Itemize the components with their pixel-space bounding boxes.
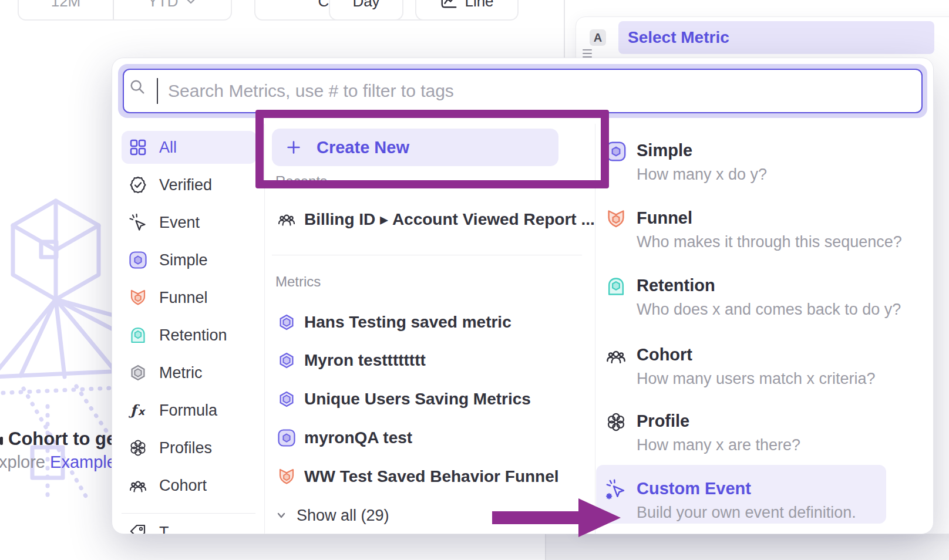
cohort-people-icon	[605, 345, 627, 366]
sidebar-label: Funnel	[159, 289, 208, 307]
interval-day-button[interactable]: Day	[329, 0, 403, 21]
sidebar-item-funnel[interactable]: Funnel	[122, 281, 257, 314]
metric-hexagon-icon	[129, 363, 147, 382]
range-ytd-label: YTD	[148, 0, 179, 11]
saved-metric-row[interactable]: WW Test Saved Behavior Funnel	[272, 460, 577, 493]
range-ytd-button[interactable]: YTD	[114, 0, 231, 19]
type-simple-description: How many x do y?	[637, 166, 767, 184]
sidebar-item-metric[interactable]: Metric	[122, 356, 257, 389]
date-range-control[interactable]: 12M YTD	[18, 0, 232, 21]
type-profile[interactable]: Profile	[637, 411, 689, 431]
drag-handle-icon[interactable]	[582, 49, 593, 58]
sidebar-item-simple[interactable]: Simple	[122, 244, 257, 276]
type-funnel-description: Who makes it through this sequence?	[637, 233, 902, 251]
show-all-button[interactable]: Show all (29)	[274, 500, 486, 531]
show-all-label: Show all (29)	[297, 507, 389, 525]
query-row-badge: A	[590, 29, 606, 46]
tag-icon	[129, 523, 147, 534]
sidebar-label: T	[159, 524, 169, 535]
sidebar-label: All	[159, 139, 177, 157]
saved-metric-hexagon-icon	[277, 313, 296, 332]
chevron-down-icon	[274, 508, 288, 522]
chart-type-button[interactable]: Line	[415, 0, 519, 21]
sidebar-label: Profiles	[159, 439, 212, 457]
saved-metric-label: myronQA test	[304, 429, 412, 447]
annotation-arrow	[487, 496, 625, 540]
grid-icon	[129, 138, 147, 157]
type-custom-event-description: Build your own event definition.	[637, 504, 856, 522]
funnel-icon	[277, 467, 296, 486]
retention-icon	[129, 326, 147, 345]
select-metric-button[interactable]: Select Metric	[618, 21, 934, 54]
select-metric-label: Select Metric	[628, 21, 934, 54]
type-funnel[interactable]: Funnel	[637, 208, 692, 228]
saved-metric-label: Hans Testing saved metric	[304, 313, 511, 332]
type-profile-description: How many x are there?	[637, 436, 800, 454]
recent-item-label: Billing ID ▸ Account Viewed Report ...	[304, 210, 595, 229]
verified-badge-icon	[129, 176, 147, 194]
line-chart-icon	[440, 0, 457, 10]
saved-metric-row[interactable]: Hans Testing saved metric	[272, 306, 577, 339]
type-cohort[interactable]: Cohort	[637, 345, 692, 365]
text-caret	[157, 78, 158, 104]
sidebar-label: Cohort	[159, 477, 207, 495]
chart-type-label: Line	[465, 0, 493, 11]
event-cursor-icon	[129, 213, 147, 232]
metrics-section-label: Metrics	[275, 274, 321, 290]
explore-prefix: xplore	[0, 453, 45, 471]
sidebar-item-formula[interactable]: ƒ x Formula	[122, 394, 257, 427]
saved-metric-hexagon-icon	[277, 390, 296, 409]
type-retention[interactable]: Retention	[637, 276, 715, 295]
retention-icon	[605, 276, 627, 297]
profiles-flower-icon	[605, 411, 627, 433]
recent-item-row[interactable]: Billing ID ▸ Account Viewed Report ...	[272, 203, 577, 235]
svg-text:x: x	[138, 406, 146, 417]
saved-metric-row[interactable]: myronQA test	[272, 421, 577, 454]
sidebar-label: Metric	[159, 364, 203, 382]
chevron-down-icon	[184, 0, 197, 8]
interval-label: Day	[352, 0, 379, 11]
saved-metric-label: Unique Users Saving Metrics	[304, 390, 531, 409]
clipped-letter-fragment	[0, 437, 3, 445]
sidebar-item-all[interactable]: All	[122, 131, 257, 164]
cohort-people-icon	[129, 476, 147, 495]
profiles-flower-icon	[129, 438, 147, 457]
type-cohort-description: How many users match x criteria?	[637, 370, 876, 388]
sidebar-divider	[122, 513, 255, 514]
sidebar-item-tags-clipped[interactable]: T	[122, 516, 257, 534]
range-12m-button[interactable]: 12M	[19, 0, 114, 19]
type-simple[interactable]: Simple	[637, 141, 692, 160]
empty-state-headline-fragment: Cohort to ge	[8, 429, 116, 450]
recents-divider	[272, 255, 582, 255]
saved-metric-row[interactable]: Myron testttttttt	[272, 344, 577, 377]
sidebar-item-retention[interactable]: Retention	[122, 319, 257, 352]
search-input[interactable]	[123, 69, 923, 113]
saved-metric-row[interactable]: Unique Users Saving Metrics	[272, 383, 577, 416]
annotation-rectangle	[255, 110, 609, 188]
funnel-icon	[605, 208, 627, 230]
cohort-people-icon	[277, 210, 296, 228]
sidebar-label: Formula	[159, 402, 217, 420]
pane-divider-top	[564, 0, 565, 58]
funnel-icon	[129, 288, 147, 307]
range-12m-label: 12M	[51, 0, 81, 11]
sidebar-label: Retention	[159, 326, 227, 345]
saved-metric-label: Myron testttttttt	[304, 351, 426, 370]
saved-metric-label: WW Test Saved Behavior Funnel	[304, 467, 559, 486]
sidebar-item-event[interactable]: Event	[122, 206, 257, 239]
type-custom-event[interactable]: Custom Event	[637, 479, 751, 498]
sidebar-item-cohort[interactable]: Cohort	[122, 469, 257, 502]
sidebar-label: Verified	[159, 176, 212, 194]
search-icon	[129, 78, 146, 96]
simple-metric-icon	[129, 251, 147, 269]
sidebar-label: Event	[159, 214, 200, 232]
sidebar-item-profiles[interactable]: Profiles	[122, 431, 257, 464]
sidebar-label: Simple	[159, 251, 208, 269]
type-retention-description: Who does x and comes back to do y?	[637, 301, 901, 319]
formula-fx-icon: ƒ x	[129, 401, 147, 420]
simple-metric-icon	[277, 429, 296, 447]
app-window: 12M YTD Compare Day Line	[0, 0, 949, 560]
sidebar-item-verified[interactable]: Verified	[122, 168, 257, 201]
saved-metric-hexagon-icon	[277, 351, 296, 370]
